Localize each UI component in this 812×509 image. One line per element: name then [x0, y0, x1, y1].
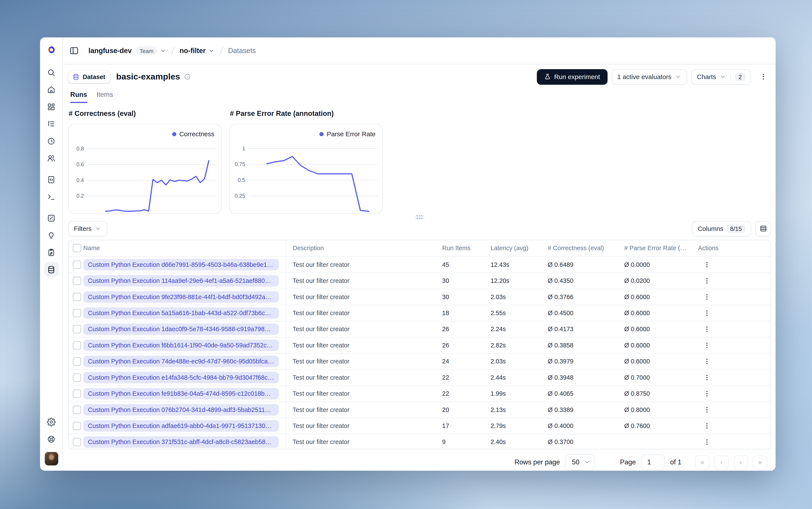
columns-button[interactable]: Columns 8/15: [692, 221, 751, 237]
resize-grip-handle[interactable]: [415, 214, 424, 220]
row-actions-button[interactable]: [701, 371, 713, 384]
table-row[interactable]: Custom Python Execution 114aa9ef-29e6-4e…: [69, 273, 770, 289]
run-name-link[interactable]: Custom Python Execution adfae619-abb0-4d…: [83, 420, 279, 432]
row-checkbox[interactable]: [73, 405, 81, 414]
sidebar-item-datasets[interactable]: [44, 262, 59, 277]
row-actions-button[interactable]: [701, 419, 713, 432]
pagination-controls: « ‹ › »: [695, 455, 767, 470]
column-header-correctness[interactable]: # Correctness (eval): [541, 240, 617, 257]
row-checkbox[interactable]: [73, 438, 81, 446]
table-row[interactable]: Custom Python Execution 9fe23f98-881e-44…: [69, 289, 770, 305]
sidebar-item-settings[interactable]: [44, 414, 59, 429]
column-header-description[interactable]: Description: [285, 240, 435, 257]
table-row[interactable]: Custom Python Execution fe91b83e-04a5-47…: [69, 385, 770, 402]
run-experiment-button[interactable]: Run experiment: [537, 69, 607, 85]
column-header-name[interactable]: Name: [82, 240, 285, 257]
table-row[interactable]: Custom Python Execution 371f531c-abff-4d…: [69, 434, 770, 449]
kebab-menu-icon: [703, 406, 711, 413]
column-header-run-items[interactable]: Run Items: [435, 240, 483, 257]
chevron-down-icon[interactable]: [208, 47, 215, 54]
row-actions-button[interactable]: [701, 323, 713, 336]
column-header-latency[interactable]: Latency (avg): [483, 240, 541, 257]
sidebar-item-insights[interactable]: [44, 228, 59, 242]
row-actions-button[interactable]: [701, 339, 713, 351]
last-page-button[interactable]: »: [753, 455, 767, 470]
sidebar-item-support[interactable]: [44, 432, 59, 446]
previous-page-button[interactable]: ‹: [714, 455, 729, 470]
run-name-link[interactable]: Custom Python Execution 076b2704-341d-48…: [83, 404, 279, 415]
run-name-link[interactable]: Custom Python Execution 114aa9ef-29e6-4e…: [83, 275, 279, 286]
row-checkbox[interactable]: [73, 341, 81, 349]
row-checkbox[interactable]: [73, 373, 81, 381]
chart-parse-error-rate: # Parse Error Rate (annotation) 10.750.5…: [230, 110, 383, 213]
row-actions-button[interactable]: [701, 436, 713, 448]
tab-runs[interactable]: Runs: [70, 90, 87, 103]
charts-toggle-button[interactable]: Charts 2: [691, 69, 751, 85]
table-row[interactable]: Custom Python Execution 1daec0f9-5e78-43…: [69, 321, 770, 337]
sidebar-item-users[interactable]: [44, 151, 59, 165]
row-checkbox[interactable]: [73, 389, 81, 398]
table-footer: Rows per page 50 Page of 1 « ‹ › »: [68, 454, 771, 471]
row-checkbox[interactable]: [73, 293, 81, 301]
table-row[interactable]: Custom Python Execution adfae619-abb0-4d…: [69, 418, 770, 434]
run-name-link[interactable]: Custom Python Execution e14fa348-5cfc-49…: [83, 372, 279, 383]
table-row[interactable]: Custom Python Execution 5a15a616-1bab-44…: [69, 305, 770, 321]
table-row[interactable]: Custom Python Execution e14fa348-5cfc-49…: [69, 369, 770, 385]
run-name-link[interactable]: Custom Python Execution 371f531c-abff-4d…: [83, 436, 279, 448]
sidebar-item-dashboards[interactable]: [44, 99, 59, 114]
page-number-input[interactable]: [641, 454, 665, 470]
row-actions-button[interactable]: [701, 307, 713, 319]
row-actions-button[interactable]: [701, 291, 713, 303]
run-name-link[interactable]: Custom Python Execution 9fe23f98-881e-44…: [83, 291, 279, 303]
row-checkbox[interactable]: [73, 422, 81, 430]
row-height-button[interactable]: [755, 221, 771, 237]
run-name-link[interactable]: Custom Python Execution 1daec0f9-5e78-43…: [83, 324, 279, 335]
tab-items[interactable]: Items: [96, 90, 113, 103]
svg-text:0.5: 0.5: [238, 177, 245, 183]
row-checkbox[interactable]: [73, 277, 81, 285]
sidebar-item-evaluation[interactable]: [44, 210, 59, 225]
row-checkbox[interactable]: [73, 260, 81, 269]
page-actions-menu-button[interactable]: [755, 69, 771, 85]
first-page-button[interactable]: «: [695, 455, 710, 470]
run-name-link[interactable]: Custom Python Execution 74de488e-ec9d-47…: [83, 355, 279, 367]
column-header-parse-error-rate[interactable]: # Parse Error Rate (an...: [617, 240, 691, 257]
breadcrumb-project[interactable]: langfuse-dev: [89, 47, 132, 55]
sidebar-item-annotation[interactable]: [44, 245, 59, 260]
sidebar-item-sessions[interactable]: [44, 134, 59, 148]
row-actions-button[interactable]: [701, 274, 713, 287]
run-name-link[interactable]: Custom Python Execution d66e7991-8595-45…: [83, 259, 279, 270]
sidebar-item-search[interactable]: [44, 65, 59, 79]
sidebar-item-tracing[interactable]: [44, 116, 59, 131]
sidebar-item-playground[interactable]: [44, 189, 59, 204]
row-checkbox[interactable]: [73, 357, 81, 365]
rows-per-page-select[interactable]: 50: [565, 454, 595, 471]
chevron-down-icon[interactable]: [160, 47, 167, 54]
sidebar-item-prompts[interactable]: [44, 172, 59, 187]
table-row[interactable]: Custom Python Execution 076b2704-341d-48…: [69, 402, 770, 417]
select-all-checkbox[interactable]: [73, 244, 81, 252]
run-name-link[interactable]: Custom Python Execution 5a15a616-1bab-44…: [83, 307, 279, 318]
breadcrumb-section[interactable]: Datasets: [228, 47, 256, 55]
info-icon[interactable]: [184, 74, 191, 80]
run-name-link[interactable]: Custom Python Execution f6bb1614-1f90-40…: [83, 339, 279, 351]
filters-button[interactable]: Filters: [68, 221, 107, 237]
table-header-row: Name Description Run Items Latency (avg)…: [69, 240, 770, 257]
user-avatar[interactable]: [44, 452, 58, 465]
row-actions-button[interactable]: [701, 387, 713, 400]
langfuse-logo-icon[interactable]: [45, 44, 58, 56]
run-name-link[interactable]: Custom Python Execution fe91b83e-04a5-47…: [83, 388, 279, 399]
table-row[interactable]: Custom Python Execution f6bb1614-1f90-40…: [69, 337, 770, 353]
breadcrumb-env[interactable]: no-filter: [179, 47, 206, 55]
sidebar-item-home[interactable]: [44, 82, 59, 97]
row-actions-button[interactable]: [701, 259, 713, 271]
sidebar-toggle-button[interactable]: [69, 46, 79, 56]
row-checkbox[interactable]: [73, 325, 81, 333]
active-evaluators-button[interactable]: 1 active evaluators: [611, 69, 687, 85]
table-row[interactable]: Custom Python Execution d66e7991-8595-45…: [69, 257, 770, 272]
table-row[interactable]: Custom Python Execution 74de488e-ec9d-47…: [69, 353, 770, 369]
row-checkbox[interactable]: [73, 309, 81, 317]
row-actions-button[interactable]: [701, 355, 713, 368]
next-page-button[interactable]: ›: [733, 455, 748, 470]
row-actions-button[interactable]: [701, 404, 713, 416]
